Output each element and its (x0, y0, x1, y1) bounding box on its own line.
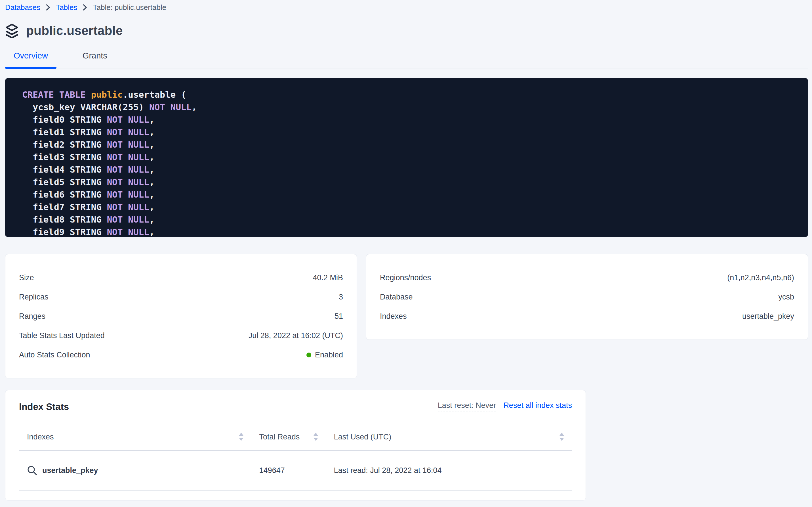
stat-value: (n1,n2,n3,n4,n5,n6) (727, 273, 794, 282)
stat-value-text: 3 (339, 293, 343, 301)
stat-row-size: Size40.2 MiB (19, 268, 343, 287)
stat-value: 40.2 MiB (313, 273, 343, 282)
column-header-label: Last Used (UTC) (334, 433, 391, 441)
stack-icon (5, 23, 19, 38)
sort-arrows-icon[interactable] (560, 433, 564, 441)
detail-cards: Size40.2 MiBReplicas3Ranges51Table Stats… (5, 254, 808, 378)
last-used-cell: Last read: Jul 28, 2022 at 16:04 (326, 466, 572, 475)
stat-value-text: 51 (334, 312, 343, 321)
breadcrumb-current: Table: public.usertable (93, 3, 166, 12)
stat-label: Auto Stats Collection (19, 351, 90, 359)
stat-value-text: usertable_pkey (742, 312, 794, 321)
stat-row-ranges: Ranges51 (19, 306, 343, 326)
stat-value: 3 (339, 293, 343, 301)
tab-grants[interactable]: Grants (74, 51, 116, 68)
tab-overview[interactable]: Overview (5, 51, 56, 68)
index-name[interactable]: usertable_pkey (42, 466, 98, 475)
sort-arrows-icon[interactable] (239, 433, 243, 441)
sql-line: field9 STRING NOT NULL, (22, 226, 802, 237)
column-header-last-used-utc-[interactable]: Last Used (UTC) (326, 433, 572, 441)
table-row: usertable_pkey149647Last read: Jul 28, 2… (19, 451, 572, 491)
sql-line: field7 STRING NOT NULL, (22, 201, 802, 213)
stat-label: Regions/nodes (380, 273, 431, 282)
total-reads-cell: 149647 (251, 466, 326, 475)
column-header-indexes[interactable]: Indexes (19, 433, 251, 441)
sql-line: field1 STRING NOT NULL, (22, 126, 802, 138)
column-header-label: Indexes (27, 433, 54, 441)
stat-row-indexes: Indexesusertable_pkey (380, 306, 794, 326)
table-details-page: Databases Tables Table: public.usertable… (0, 0, 812, 501)
table-info-card: Regions/nodes(n1,n2,n3,n4,n5,n6)Database… (366, 254, 808, 340)
status-dot (306, 352, 311, 357)
stat-row-replicas: Replicas3 (19, 287, 343, 306)
stat-value: usertable_pkey (742, 312, 794, 321)
stat-label: Indexes (380, 312, 407, 321)
stat-row-auto-stats-collection: Auto Stats CollectionEnabled (19, 345, 343, 364)
page-header: public.usertable (5, 21, 808, 40)
stat-row-table-stats-last-updated: Table Stats Last UpdatedJul 28, 2022 at … (19, 326, 343, 345)
total-reads-value: 149647 (259, 466, 285, 475)
sql-line: field6 STRING NOT NULL, (22, 188, 802, 201)
chevron-right-icon (83, 4, 87, 11)
stat-value-text: Jul 28, 2022 at 16:02 (UTC) (249, 331, 343, 340)
breadcrumb: Databases Tables Table: public.usertable (5, 2, 808, 13)
stat-row-database: Databaseycsb (380, 287, 794, 306)
sql-line: field0 STRING NOT NULL, (22, 113, 802, 126)
stat-value: ycsb (778, 293, 794, 301)
index-stats-header: Index Stats Last reset: Never Reset all … (19, 401, 572, 412)
sql-line: field2 STRING NOT NULL, (22, 138, 802, 151)
stat-label: Database (380, 293, 413, 301)
index-stats-title: Index Stats (19, 401, 69, 412)
column-header-total-reads[interactable]: Total Reads (251, 433, 326, 441)
last-reset-label: Last reset: Never (438, 401, 496, 412)
sort-arrows-icon[interactable] (314, 433, 318, 441)
stat-label: Size (19, 273, 34, 282)
search-icon (27, 465, 37, 475)
sql-line: field3 STRING NOT NULL, (22, 151, 802, 163)
index-stats-table: Indexes Total Reads Last Used (UTC) user… (19, 424, 572, 491)
breadcrumb-separator (83, 4, 87, 11)
tab-bar: OverviewGrants (5, 51, 808, 68)
stat-value-text: Enabled (315, 351, 343, 359)
stat-label: Table Stats Last Updated (19, 331, 105, 340)
stat-value: 51 (334, 312, 343, 321)
sql-line: CREATE TABLE public.usertable ( (22, 88, 802, 101)
stat-row-regions-nodes: Regions/nodes(n1,n2,n3,n4,n5,n6) (380, 268, 794, 287)
index-name-cell[interactable]: usertable_pkey (19, 465, 251, 475)
page-title: public.usertable (26, 23, 123, 38)
sql-line: field5 STRING NOT NULL, (22, 176, 802, 188)
sql-line: ycsb_key VARCHAR(255) NOT NULL, (22, 101, 802, 113)
create-table-statement: CREATE TABLE public.usertable ( ycsb_key… (5, 78, 808, 237)
sql-line: field8 STRING NOT NULL, (22, 213, 802, 226)
column-header-label: Total Reads (259, 433, 300, 441)
index-stats-card: Index Stats Last reset: Never Reset all … (5, 390, 586, 501)
breadcrumb-link-databases[interactable]: Databases (5, 3, 40, 12)
last-used-value: Last read: Jul 28, 2022 at 16:04 (334, 466, 442, 475)
stat-value-text: 40.2 MiB (313, 273, 343, 282)
stat-label: Replicas (19, 293, 49, 301)
stat-value-text: (n1,n2,n3,n4,n5,n6) (727, 273, 794, 282)
breadcrumb-separator (46, 4, 50, 11)
stat-value: Enabled (306, 351, 343, 359)
sql-line: field4 STRING NOT NULL, (22, 163, 802, 176)
chevron-right-icon (46, 4, 50, 11)
reset-index-stats-link[interactable]: Reset all index stats (503, 401, 572, 410)
stat-label: Ranges (19, 312, 45, 321)
stat-value: Jul 28, 2022 at 16:02 (UTC) (249, 331, 343, 340)
breadcrumb-link-tables[interactable]: Tables (56, 3, 77, 12)
table-header-row: Indexes Total Reads Last Used (UTC) (19, 424, 572, 451)
table-stats-card: Size40.2 MiBReplicas3Ranges51Table Stats… (5, 254, 357, 378)
stat-value-text: ycsb (778, 293, 794, 301)
